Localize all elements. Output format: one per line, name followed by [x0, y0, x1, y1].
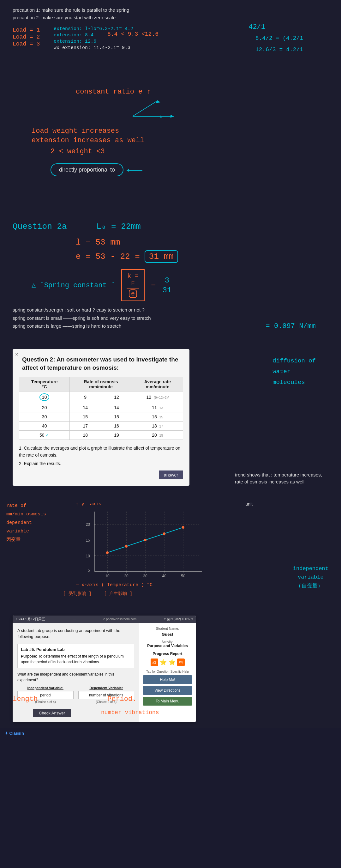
molecules-annotation: molecules: [272, 377, 316, 388]
avg-30: 15 15: [132, 412, 183, 421]
svg-line-0: [133, 100, 158, 116]
table-row: 10 9 12 12 (9+12÷2)/: [19, 391, 183, 403]
k-result-top: 3: [162, 276, 172, 285]
y-axis-label: ↑ y- axis: [76, 501, 234, 507]
load1-line: Load = 1: [13, 27, 40, 33]
handwritten-length: length: [13, 695, 38, 703]
k-formula-box: k = F e: [121, 269, 145, 301]
star-1: ⭐: [160, 658, 167, 666]
help-me-button[interactable]: Help Me!: [143, 675, 192, 684]
directly-proportional-area: directly proportional to: [32, 160, 328, 177]
number-vibrations: number vibrations: [101, 709, 159, 716]
lab-sidebar: Student Name: Guest Activity: Purpose an…: [139, 623, 196, 722]
osmometer-title: Question 2: An osmometer was used to inv…: [19, 355, 183, 372]
svg-marker-3: [170, 115, 174, 118]
rate2-30: 15: [101, 412, 132, 421]
svg-text:10: 10: [86, 554, 90, 558]
rate2-40: 16: [101, 421, 132, 430]
progress-report-label: Progress Report: [143, 652, 192, 656]
section-graph: rate of mm/min osmosis dependent variabl…: [0, 495, 341, 609]
unit-label: unit: [245, 501, 252, 506]
n-per-mm: = 0.097 N/mm: [266, 322, 316, 330]
table-row: 50 ✓ 18 19 20 19: [19, 430, 183, 439]
svg-text:5: 5: [88, 568, 90, 572]
question2-text: 2. Explain the results.: [19, 460, 183, 467]
classin-logo: ✦ Classin: [5, 731, 24, 736]
svg-text:20: 20: [86, 522, 90, 527]
load-weight-text: load weight increases: [32, 127, 328, 135]
avg-50: 20 19: [132, 430, 183, 439]
rate1-40: 17: [70, 421, 101, 430]
load-lines: Load = 1 Load = 2 Load = 3: [13, 26, 40, 48]
badge-1: #1: [150, 658, 158, 666]
col-temp: Temperature°C: [19, 377, 70, 391]
rate2-20: 14: [101, 403, 132, 412]
activity-label: Activity:: [143, 640, 192, 644]
svg-text:50: 50: [181, 574, 185, 578]
view-directions-button[interactable]: View Directions: [143, 686, 192, 695]
svg-marker-6: [127, 169, 129, 172]
lab-box: Lab #5: Pendulum Lab Purpose: To determi…: [18, 644, 134, 668]
question1-text: 1. Calculate the averages and plot a gra…: [19, 444, 183, 459]
osmosis-table: Temperature°C Rate of osmosismm/minute A…: [19, 377, 183, 440]
lab-title: Lab #5: Pendulum Lab: [21, 647, 131, 652]
independent-label: Independent Variable:: [18, 686, 74, 690]
section-osmometer: × Question 2: An osmometer was used to i…: [0, 340, 341, 495]
student-name: Guest: [143, 632, 192, 637]
osmometer-card: × Question 2: An osmometer was used to i…: [13, 349, 190, 486]
classin-bar: ✦ Classin: [0, 728, 341, 738]
lab-question: What are the independent and dependent v…: [18, 672, 134, 683]
water-annotation: water: [272, 366, 316, 377]
section-question-2a: Question 2a L₀ = 22mm l = 53 mm e = 53 -…: [0, 215, 341, 340]
load3-line: Load = 3: [13, 41, 40, 47]
formula-l: l = 53 mm: [76, 238, 328, 247]
svg-text:15: 15: [86, 538, 90, 542]
extension-text: extension increases as well: [32, 136, 328, 145]
right-calcs: 8.4/2 = (4.2/1 12.6/3 = 4.2/1: [255, 33, 303, 55]
main-menu-button[interactable]: To Main Menu: [143, 697, 192, 706]
temp-30: 30: [19, 412, 70, 421]
svg-text:10: 10: [105, 574, 109, 578]
graph-area: ↑ y- axis 20 15 10 5 10: [76, 501, 234, 582]
check-answer-button[interactable]: Check Answer: [33, 709, 71, 717]
trend-annotation: trend shows that : temperature increases…: [235, 471, 322, 486]
ratio-label: 42/1: [248, 23, 265, 31]
arrow-svg: L: [107, 97, 177, 123]
table-row: 40 17 16 18 17: [19, 421, 183, 430]
calc2: 12.6/3 = 4.2/1: [255, 44, 303, 55]
graph-left-annotation: rate of mm/min osmosis dependent variabl…: [6, 501, 46, 544]
answer-button[interactable]: answer: [159, 470, 183, 479]
col-avg: Average ratemm/minute: [132, 377, 183, 391]
dependent-label: Dependent Variable:: [78, 686, 135, 690]
svg-point-36: [106, 551, 109, 554]
spring-constant-area: △ ¨Spring constant ¨ k = F e = 3 31: [32, 269, 328, 301]
section-lab: 16:41 9月12日周五 ... e.phenixclassroom.com …: [0, 609, 341, 728]
load-extension-area: Load = 1 Load = 2 Load = 3 extension: l-…: [13, 26, 328, 83]
formula-e: e = 53 - 22 = 31 mm: [76, 250, 328, 263]
k-result: 3 31: [162, 276, 172, 294]
rate1-30: 15: [70, 412, 101, 421]
svg-text:L: L: [160, 114, 162, 119]
extension-values: extension: l-lo=6.3-2.1= 4.2 extension: …: [54, 26, 133, 51]
graph-svg: 20 15 10 5 10 20 30 40: [76, 508, 208, 581]
col-rate: Rate of osmosismm/minute: [70, 377, 132, 391]
lab-main-content: A student lab group is conducting an exp…: [13, 623, 139, 722]
rate1-20: 14: [70, 403, 101, 412]
calc1: 8.4/2 = (4.2/1: [255, 33, 303, 44]
svg-text:40: 40: [162, 574, 166, 578]
header-dots: ...: [73, 617, 76, 621]
temp-40: 40: [19, 421, 70, 430]
svg-text:20: 20: [124, 574, 129, 578]
directly-proportional-box: directly proportional to: [50, 163, 124, 176]
svg-point-40: [182, 526, 184, 529]
x-axis-label: → x-axis ( Temperature ) °C: [76, 582, 328, 588]
activity-name: Purpose and Variables: [143, 644, 192, 649]
delta-spring: △ ¨Spring constant ¨: [32, 281, 115, 289]
comparison: 8.4 < 9.3 <12.6: [107, 31, 159, 37]
k-top: k = F: [127, 272, 139, 288]
lab-card-header: 16:41 9月12日周五 ... e.phenixclassroom.com …: [13, 616, 196, 623]
stars-row: #1 ⭐ ⭐ #4: [143, 658, 192, 666]
k-result-bottom: 31: [163, 285, 172, 294]
proportional-arrow: [124, 164, 149, 177]
close-button[interactable]: ×: [15, 352, 18, 358]
